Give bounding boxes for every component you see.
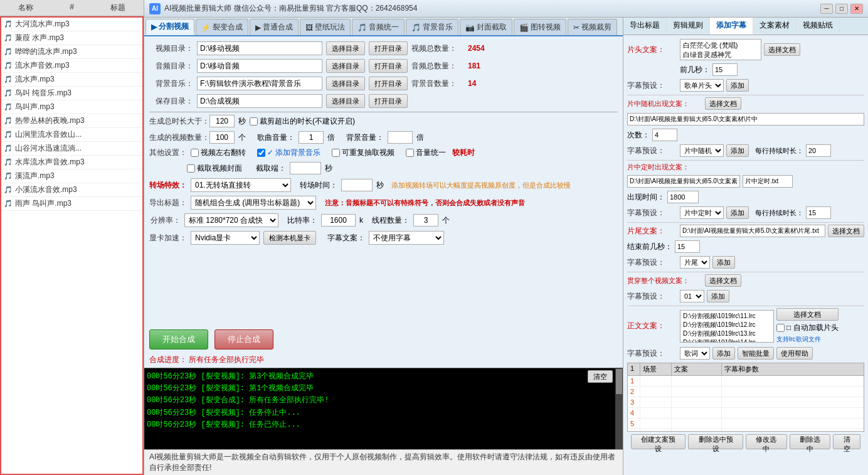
bitrate-input[interactable]: [321, 214, 356, 227]
list-item[interactable]: 🎵溪流声.mp3: [1, 169, 142, 183]
resolution-select[interactable]: 标准 1280*720 合成快: [184, 213, 278, 227]
subtitle-add-btn6[interactable]: 添加: [712, 347, 735, 360]
save-dir-input[interactable]: [197, 94, 322, 108]
list-item[interactable]: 🎵大河流水声.mp3: [1, 18, 142, 31]
bg-music-select-btn[interactable]: 选择目录: [326, 77, 365, 90]
cut-range-input[interactable]: [290, 162, 321, 174]
right-tab-文案素材[interactable]: 文案素材: [753, 18, 797, 35]
repeat-extract-checkbox[interactable]: 可重复抽取视频: [332, 147, 394, 158]
list-item[interactable]: 🎵小溪流水音效.mp3: [1, 183, 142, 197]
video-dir-select-btn[interactable]: 选择目录: [326, 41, 365, 55]
header-seconds-input[interactable]: [712, 63, 738, 76]
list-item[interactable]: 🎵山谷河水迅速流淌...: [1, 142, 142, 156]
list-item[interactable]: 🎵鸟叫 纯音乐.mp3: [1, 87, 142, 100]
file-list[interactable]: 🎵大河流水声.mp3🎵蒹葭 水声.mp3🎵哗哗的流水声.mp3🎵流水声音效.mp…: [0, 16, 144, 475]
positive-text-area[interactable]: D:\分割视频\1019lrc\11.lrc D:\分割视频\1019lrc\1…: [680, 310, 774, 343]
tab-图转视频[interactable]: 🎬图转视频: [514, 19, 566, 35]
tab-普通合成[interactable]: ▶普通合成: [250, 19, 299, 35]
auto-load-checkbox[interactable]: □ 自动加载片头: [776, 323, 839, 333]
right-tab-剪辑规则[interactable]: 剪辑规则: [667, 18, 710, 35]
transition-select[interactable]: 01.无转场直接转: [191, 178, 291, 192]
table-row[interactable]: 5: [628, 419, 864, 429]
close-btn[interactable]: ✕: [850, 4, 863, 14]
mid-timed-dir-input[interactable]: [627, 175, 740, 188]
list-item[interactable]: 🎵山涧里流水音效山...: [1, 128, 142, 142]
audio-dir-select-btn[interactable]: 选择目录: [326, 59, 365, 73]
export-select[interactable]: 随机组合生成 (调用导出标题题): [191, 196, 316, 210]
list-item[interactable]: 🎵流水声.mp3: [1, 73, 142, 87]
list-item[interactable]: 🎵流水声音效.mp3: [1, 59, 142, 73]
maximize-btn[interactable]: □: [835, 4, 848, 14]
transition-time-input[interactable]: [341, 179, 373, 191]
audio-dir-input[interactable]: [197, 59, 322, 73]
modify-select-btn[interactable]: 修改选中: [746, 434, 787, 449]
stop-btn[interactable]: 停止合成: [214, 329, 273, 350]
save-dir-open-btn[interactable]: 打开目录: [369, 94, 408, 108]
subtitle-preset2-select[interactable]: 片中随机: [680, 144, 724, 157]
table-row[interactable]: 1: [628, 376, 864, 387]
smart-batch-btn[interactable]: 智能批量: [738, 347, 774, 360]
tail-text-input[interactable]: [680, 225, 825, 237]
song-vol-input[interactable]: [299, 131, 324, 144]
table-row[interactable]: 3: [628, 397, 864, 408]
start-btn[interactable]: 开始合成: [149, 329, 208, 350]
video-dir-open-btn[interactable]: 打开目录: [369, 41, 408, 55]
audio-dir-open-btn[interactable]: 打开目录: [369, 59, 408, 73]
detect-gpu-btn[interactable]: 检测本机显卡: [263, 231, 316, 245]
list-item[interactable]: 🎵蒹葭 水声.mp3: [1, 31, 142, 45]
right-tab-添加字幕[interactable]: 添加字幕: [710, 18, 753, 35]
right-tab-视频贴纸[interactable]: 视频贴纸: [797, 18, 840, 35]
subtitle-duration2-input[interactable]: [806, 206, 831, 219]
subtitle-add-btn2[interactable]: 添加: [726, 144, 749, 157]
list-item[interactable]: 🎵雨声 鸟叫声.mp3: [1, 197, 142, 211]
table-row[interactable]: 4: [628, 408, 864, 419]
mid-random-dir-input[interactable]: [627, 113, 864, 125]
right-tab-导出标题[interactable]: 导出标题: [623, 18, 667, 35]
gen-duration-input[interactable]: [209, 115, 235, 127]
use-help-btn[interactable]: 使用帮助: [776, 347, 813, 360]
delete-selected-btn[interactable]: 删除选中: [790, 434, 831, 449]
subtitle-add-btn4[interactable]: 添加: [712, 256, 735, 269]
create-preset-btn[interactable]: 创建文案预设: [631, 434, 685, 449]
list-item[interactable]: 🎵哗哗的流水声.mp3: [1, 45, 142, 59]
tab-封面截取[interactable]: 📷封面截取: [460, 19, 512, 35]
add-bg-checkbox[interactable]: ✓ 添加背景音乐: [257, 147, 320, 158]
bg-music-input[interactable]: [197, 77, 322, 90]
subtitle-preset1-select[interactable]: 歌单片头: [680, 79, 724, 92]
subtitle-duration-input[interactable]: [806, 144, 831, 157]
tail-seconds-input[interactable]: [675, 240, 700, 253]
mid-random-select[interactable]: 选择文档: [705, 97, 741, 110]
subtitle-preset5-select[interactable]: 01: [680, 290, 704, 302]
log-scrollbar[interactable]: [615, 368, 623, 449]
save-dir-select-btn[interactable]: 选择目录: [326, 94, 365, 108]
log-scrollbar-thumb[interactable]: [616, 369, 622, 394]
gpu-select[interactable]: Nvidia显卡: [191, 231, 260, 245]
mid-times-input[interactable]: [652, 129, 677, 141]
mid-show-time-input[interactable]: [667, 191, 699, 203]
tab-分割视频[interactable]: ▶分割视频: [146, 19, 194, 35]
tab-音频统一[interactable]: 🎵音频统一: [352, 19, 405, 35]
clear-btn[interactable]: 清空: [833, 434, 860, 449]
subtitle-add-btn3[interactable]: 添加: [726, 206, 749, 219]
tab-裂变合成[interactable]: ⚡裂变合成: [196, 19, 248, 35]
table-row[interactable]: 2: [628, 387, 864, 397]
full-video-select[interactable]: 选择文档: [705, 274, 741, 287]
list-item[interactable]: 🎵热带丛林的夜晚.mp3: [1, 114, 142, 128]
cut-cover-check[interactable]: [187, 164, 195, 173]
flip-h-checkbox[interactable]: 视频左右翻转: [191, 147, 246, 158]
subtitle-preset4-select[interactable]: 片尾: [680, 256, 710, 269]
minimize-btn[interactable]: ─: [820, 4, 833, 14]
subtitle-add-btn5[interactable]: 添加: [707, 290, 729, 302]
cut-cover-checkbox[interactable]: 截取视频封面: [187, 163, 242, 174]
threads-input[interactable]: [413, 214, 438, 227]
header-select-btn[interactable]: 选择文档: [764, 43, 800, 56]
cut-long-check[interactable]: [250, 117, 258, 125]
tab-视频裁剪[interactable]: ✂视频裁剪: [568, 19, 617, 35]
bg-music-open-btn[interactable]: 打开目录: [369, 77, 408, 90]
flip-h-check[interactable]: [191, 149, 199, 157]
bg-vol-input[interactable]: [388, 131, 413, 144]
cut-long-checkbox[interactable]: 裁剪超出的时长(不建议开启): [250, 116, 355, 127]
header-text-area[interactable]: 白茫茫心觉 (梵唱) 白绿音灵感神咒: [680, 39, 761, 60]
subtitle-add-btn1[interactable]: 添加: [726, 79, 749, 92]
repeat-extract-check[interactable]: [332, 149, 340, 157]
